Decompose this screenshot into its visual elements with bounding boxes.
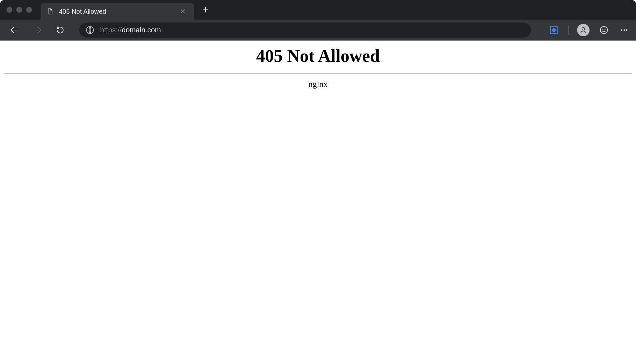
browser-chrome: 405 Not Allowed https://domain.c xyxy=(0,0,636,41)
reload-button[interactable] xyxy=(54,24,66,36)
svg-point-2 xyxy=(582,27,585,30)
window-maximize-button[interactable] xyxy=(26,7,32,13)
tracking-prevention-icon[interactable] xyxy=(548,24,560,36)
toolbar: https://domain.com xyxy=(0,20,636,41)
svg-point-4 xyxy=(603,29,603,29)
url-scheme: https:// xyxy=(100,26,122,34)
new-tab-button[interactable] xyxy=(199,3,212,16)
svg-point-3 xyxy=(600,26,608,34)
url-text: https://domain.com xyxy=(100,26,161,34)
window-controls xyxy=(7,7,32,13)
svg-point-8 xyxy=(626,29,627,30)
forward-button[interactable] xyxy=(31,24,43,36)
divider xyxy=(4,73,632,74)
toolbar-right xyxy=(548,24,630,36)
window-minimize-button[interactable] xyxy=(16,7,22,13)
close-tab-button[interactable] xyxy=(177,6,188,17)
tab-title: 405 Not Allowed xyxy=(59,8,172,15)
globe-icon xyxy=(86,26,94,34)
page-viewport: 405 Not Allowed nginx xyxy=(0,41,636,89)
profile-button[interactable] xyxy=(577,24,590,36)
svg-point-6 xyxy=(621,29,622,30)
svg-point-5 xyxy=(605,29,605,29)
separator xyxy=(568,25,569,35)
back-button[interactable] xyxy=(9,24,20,36)
more-menu-button[interactable] xyxy=(618,24,630,36)
tab-strip: 405 Not Allowed xyxy=(0,0,636,20)
error-heading: 405 Not Allowed xyxy=(4,46,632,66)
page-icon xyxy=(46,8,54,15)
browser-tab[interactable]: 405 Not Allowed xyxy=(41,3,194,20)
server-name: nginx xyxy=(4,79,632,89)
feedback-icon[interactable] xyxy=(598,24,610,36)
svg-point-7 xyxy=(624,29,625,30)
url-host: domain.com xyxy=(122,26,161,34)
address-bar[interactable]: https://domain.com xyxy=(79,23,531,38)
window-close-button[interactable] xyxy=(7,7,12,13)
